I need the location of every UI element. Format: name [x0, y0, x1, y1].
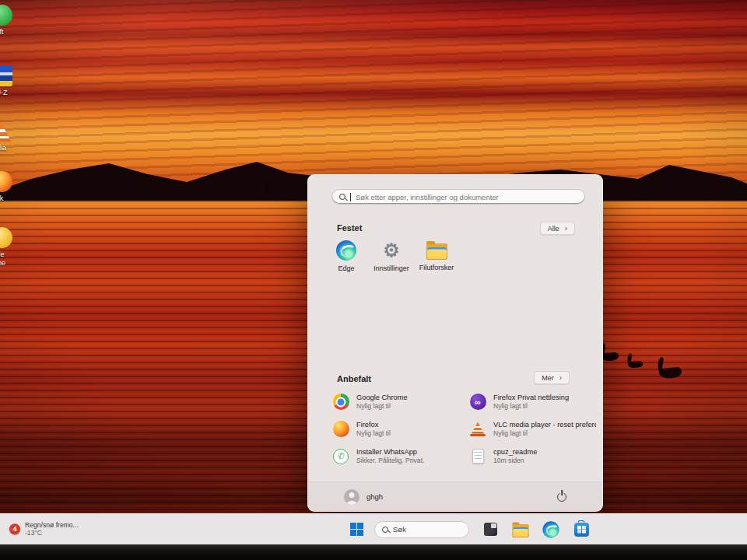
alert-badge: 4 [9, 524, 20, 535]
item-name: Firefox Privat nettlesing [493, 394, 569, 401]
text-caret [350, 193, 351, 201]
swans-silhouette [587, 327, 743, 397]
pinned-app-label: Innstillinger [374, 264, 409, 272]
pinned-section-title: Festet [337, 223, 362, 233]
firefox-private-icon: ∞ [470, 394, 486, 410]
item-subtitle: Sikker. Pålitelig. Privat. [356, 457, 424, 464]
item-name: VLC media player - reset preferenc... [493, 421, 596, 429]
item-subtitle: Nylig lagt til [493, 429, 596, 437]
edge-icon [336, 240, 356, 261]
start-search-input[interactable]: Søk etter apper, innstillinger og dokume… [331, 189, 585, 205]
more-label: Mer [542, 374, 554, 382]
chrome-icon [333, 394, 349, 410]
chevron-right-icon: › [559, 374, 562, 382]
start-menu-panel: Søk etter apper, innstillinger og dokume… [307, 174, 603, 512]
pinned-app-file-explorer[interactable]: Filutforsker [414, 240, 459, 281]
firefox-icon [333, 421, 349, 437]
weather-headline: Regn/snø fremo... [25, 521, 79, 530]
recommended-item-firefox[interactable]: Firefox Nylig lagt til [327, 415, 464, 443]
recommended-section-title: Anbefalt [337, 374, 371, 383]
microsoft-store-button[interactable] [571, 520, 591, 540]
desktop-icon-firefox[interactable]: k [0, 171, 22, 203]
user-avatar-icon [344, 489, 359, 505]
taskbar-search-box[interactable]: Søk [374, 521, 469, 538]
vlc-cone-icon [0, 123, 11, 142]
recommended-item-cpuz-readme[interactable]: cpuz_readme 10m siden [464, 443, 596, 470]
more-button[interactable]: Mer › [534, 371, 570, 384]
taskbar-center-group: Søk [350, 514, 591, 544]
recommended-grid: Google Chrome Nylig lagt til ∞ Firefox P… [327, 388, 596, 470]
desktop-icon-label: le ne [0, 250, 5, 268]
all-apps-button[interactable]: Alle › [540, 222, 575, 235]
pinned-app-label: Filutforsker [419, 264, 454, 271]
firefox-icon [0, 171, 12, 192]
item-name: Firefox [356, 421, 391, 429]
cpu-z-icon [0, 65, 12, 86]
user-account-button[interactable]: ghgh [338, 486, 389, 508]
search-icon [339, 194, 345, 200]
item-name: Google Chrome [356, 394, 408, 401]
recommended-item-vlc[interactable]: VLC media player - reset preferenc... Ny… [464, 415, 596, 443]
windows-logo-icon [357, 530, 363, 536]
desktop-icon-label: ft [0, 28, 4, 37]
pinned-app-settings[interactable]: ⚙ Innstillinger [369, 240, 414, 281]
weather-temperature: -13°C [25, 530, 79, 538]
item-subtitle: 10m siden [493, 457, 537, 464]
search-icon [382, 527, 388, 533]
task-view-button[interactable] [480, 520, 500, 540]
pinned-app-edge[interactable]: Edge [324, 240, 369, 281]
pinned-app-label: Edge [338, 264, 354, 272]
edge-icon [542, 521, 559, 537]
user-name: ghgh [366, 492, 383, 501]
desktop-icon-cpu-z[interactable]: U-Z [0, 65, 22, 97]
search-placeholder: Søk etter apper, innstillinger og dokume… [356, 193, 499, 201]
recommended-item-whatsapp[interactable]: ✆ Installer WhatsApp Sikker. Pålitelig. … [327, 443, 464, 470]
task-view-icon [484, 523, 497, 536]
windows-logo-icon [350, 530, 356, 536]
desktop-icon-1[interactable]: ft [0, 5, 22, 37]
file-explorer-button[interactable] [510, 520, 531, 540]
folder-icon [512, 524, 528, 537]
desktop-icon-5[interactable]: le ne [0, 227, 22, 268]
windows-logo-icon [350, 523, 356, 529]
edge-button[interactable] [541, 520, 561, 540]
power-button[interactable] [552, 488, 571, 506]
start-menu-footer: ghgh [308, 481, 602, 511]
monitor-bezel [0, 544, 747, 560]
store-icon [574, 523, 589, 537]
recommended-item-chrome[interactable]: Google Chrome Nylig lagt til [327, 388, 464, 415]
desktop-icon-label: k [0, 194, 3, 203]
desktop-icon-label: U-Z [0, 89, 8, 97]
item-subtitle: Nylig lagt til [493, 402, 569, 410]
pinned-apps-row: Edge ⚙ Innstillinger Filutforsker [324, 240, 459, 281]
chevron-right-icon: › [565, 225, 567, 233]
gear-icon: ⚙ [383, 240, 400, 261]
desktop-icon-label: dia [0, 144, 6, 152]
whatsapp-icon: ✆ [333, 449, 349, 464]
document-icon [472, 449, 484, 464]
app-icon-yellow [0, 227, 12, 248]
desktop-icon-vlc[interactable]: dia [0, 123, 22, 152]
item-name: cpuz_readme [493, 448, 537, 456]
taskbar-app-icons [480, 520, 591, 540]
vlc-cone-icon [470, 422, 486, 436]
widgets-weather-button[interactable]: 4 Regn/snø fremo... -13°C [5, 519, 83, 540]
folder-icon [426, 243, 447, 260]
start-button[interactable] [350, 523, 363, 536]
item-subtitle: Nylig lagt til [356, 429, 391, 437]
taskbar-search-label: Søk [393, 525, 406, 534]
all-apps-label: Alle [548, 225, 559, 233]
taskbar: 4 Regn/snø fremo... -13°C Søk [0, 513, 747, 544]
app-icon-green [0, 5, 12, 26]
recommended-item-firefox-private[interactable]: ∞ Firefox Privat nettlesing Nylig lagt t… [464, 388, 596, 415]
power-icon [557, 492, 566, 502]
item-subtitle: Nylig lagt til [356, 402, 408, 410]
item-name: Installer WhatsApp [356, 448, 424, 456]
windows-logo-icon [357, 523, 363, 529]
monitor-photo: ft U-Z dia k le ne Søk etter apper, inns… [0, 0, 747, 560]
